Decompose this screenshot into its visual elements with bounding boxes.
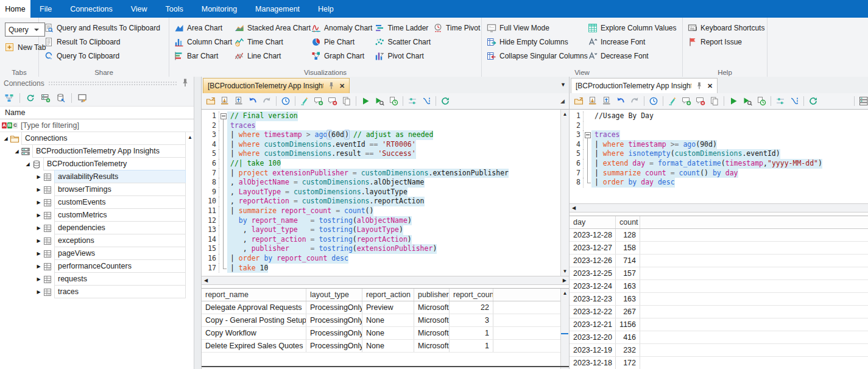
- expander-icon[interactable]: ◢: [13, 149, 20, 154]
- column-header-count[interactable]: count: [616, 216, 640, 228]
- refresh-icon[interactable]: [440, 96, 450, 106]
- run-icon[interactable]: [729, 96, 738, 106]
- table-row[interactable]: 2023-12-20416: [570, 331, 868, 344]
- add-query-icon[interactable]: [314, 96, 323, 106]
- copy-icon[interactable]: [342, 96, 351, 106]
- open-file-icon[interactable]: [574, 96, 584, 106]
- table-row[interactable]: 2023-12-25157: [570, 267, 868, 280]
- expander-icon[interactable]: ▶: [35, 251, 42, 256]
- column-header-report-name[interactable]: report_name: [202, 289, 306, 301]
- ribbon-button-time-pivot[interactable]: Time Pivot: [433, 21, 480, 35]
- load-query-icon[interactable]: [234, 96, 244, 106]
- query-options-icon[interactable]: [775, 96, 785, 106]
- pin-icon[interactable]: [180, 78, 190, 90]
- table-row[interactable]: 2023-12-23163: [570, 293, 868, 306]
- tables-panel-icon[interactable]: [859, 96, 868, 106]
- query-editor[interactable]: 1//Usage By Day23traces4| where timestam…: [570, 110, 868, 203]
- tree-node-connections[interactable]: ◢Connections: [0, 132, 194, 145]
- tree-node-browsertimings[interactable]: ▶browserTimings: [0, 183, 194, 196]
- menu-item-management[interactable]: Management: [246, 0, 309, 18]
- tree-node-exceptions[interactable]: ▶exceptions: [0, 234, 194, 247]
- table-row[interactable]: 2023-12-22267: [570, 306, 868, 318]
- pin-icon[interactable]: [695, 82, 704, 90]
- query-options-icon[interactable]: [408, 96, 417, 106]
- run-history-icon[interactable]: [389, 96, 398, 106]
- undo-icon[interactable]: [616, 96, 626, 106]
- column-header-layout-type[interactable]: layout_type: [306, 289, 362, 301]
- expander-icon[interactable]: ▶: [35, 200, 42, 205]
- ribbon-button-keyboard-shortcuts[interactable]: Keyboard Shortcuts: [688, 21, 764, 35]
- copy-icon[interactable]: [710, 96, 719, 106]
- ribbon-button-scatter-chart[interactable]: Scatter Chart: [375, 35, 431, 49]
- refresh-connection-icon[interactable]: [26, 93, 35, 103]
- tree-name-header[interactable]: Name: [0, 106, 194, 119]
- table-row[interactable]: 2023-12-26714: [570, 255, 868, 267]
- ribbon-button-query-to-clipboard[interactable]: Query To Clipboard: [44, 49, 164, 63]
- query-editor[interactable]: 1// Final version2traces3| where timesta…: [202, 110, 560, 276]
- fold-collapse-icon[interactable]: [585, 132, 591, 138]
- expander-icon[interactable]: ▶: [35, 213, 42, 218]
- ribbon-button-result-to-clipboard[interactable]: Result To Clipboard: [44, 35, 164, 49]
- tree-node-traces[interactable]: ▶traces: [0, 286, 194, 298]
- table-row[interactable]: 2023-12-27158: [570, 242, 868, 255]
- expander-icon[interactable]: ◢: [24, 161, 31, 167]
- scroll-down-icon[interactable]: ▼: [563, 269, 568, 274]
- table-row[interactable]: Copy - General Posting SetupProcessingOn…: [202, 314, 560, 327]
- tree-node-dependencies[interactable]: ▶dependencies: [0, 222, 194, 234]
- expander-icon[interactable]: ▶: [35, 264, 42, 269]
- scroll-up-icon[interactable]: ▲: [563, 290, 568, 296]
- save-query-icon[interactable]: [588, 96, 598, 106]
- menu-item-monitoring[interactable]: Monitoring: [192, 0, 246, 18]
- query-tab[interactable]: [BCProductionTelemetry App Insights. ...…: [571, 78, 718, 93]
- panel-splitter[interactable]: [194, 77, 201, 369]
- ribbon-button-column-chart[interactable]: Column Chart: [174, 35, 232, 49]
- scroll-left-icon[interactable]: ◀: [572, 205, 576, 211]
- table-row[interactable]: 2023-12-211156: [570, 318, 868, 331]
- redo-icon[interactable]: [262, 96, 272, 106]
- ribbon-button-stacked-area-chart[interactable]: Stacked Area Chart: [235, 21, 309, 35]
- scroll-right-icon[interactable]: ▶: [563, 278, 566, 283]
- tree-node-requests[interactable]: ▶requests: [0, 273, 194, 286]
- ribbon-button-pie-chart[interactable]: Pie Chart: [311, 35, 372, 49]
- query-cancel-icon[interactable]: [789, 96, 799, 106]
- table-row[interactable]: 2023-12-24163: [570, 280, 868, 293]
- history-icon[interactable]: [649, 96, 658, 106]
- connections-tree-icon[interactable]: [4, 93, 14, 103]
- menu-item-connections[interactable]: Connections: [61, 0, 122, 18]
- expander-icon[interactable]: ▶: [35, 276, 42, 282]
- tree-filter-input[interactable]: ABC [Type for filtering]: [0, 119, 194, 132]
- ribbon-button-explore-column-values[interactable]: Explore Column Values: [588, 21, 677, 35]
- column-header-publisher[interactable]: publisher: [414, 289, 450, 301]
- menu-item-home[interactable]: Home: [0, 0, 30, 18]
- table-row[interactable]: Delete Expired Sales QuotesProcessingOnl…: [202, 340, 560, 353]
- menu-item-view[interactable]: View: [122, 0, 157, 18]
- close-query-icon[interactable]: [696, 96, 705, 106]
- close-icon[interactable]: ✕: [339, 83, 345, 90]
- expander-icon[interactable]: ◢: [2, 136, 9, 141]
- prettify-query-icon[interactable]: [300, 96, 309, 106]
- ribbon-button-bar-chart[interactable]: Bar Chart: [174, 49, 232, 63]
- save-query-icon[interactable]: [220, 96, 230, 106]
- close-icon[interactable]: ✕: [707, 83, 713, 90]
- expander-icon[interactable]: ▶: [35, 187, 42, 192]
- grid-scrollbar[interactable]: ▲: [560, 289, 569, 369]
- run-icon[interactable]: [361, 96, 370, 106]
- fold-collapse-icon[interactable]: [221, 113, 227, 119]
- query-cancel-icon[interactable]: [422, 96, 431, 106]
- scroll-up-icon[interactable]: ▲: [563, 111, 568, 117]
- connect-monitor-icon[interactable]: [77, 93, 87, 103]
- column-header-day[interactable]: day: [570, 216, 616, 228]
- table-row[interactable]: 2023-12-28128: [570, 229, 868, 242]
- history-icon[interactable]: [281, 96, 291, 106]
- toolbar-overflow-icon[interactable]: ◢: [560, 98, 565, 104]
- load-query-icon[interactable]: [602, 96, 612, 106]
- close-query-icon[interactable]: [328, 96, 337, 106]
- run-preview-icon[interactable]: [375, 96, 384, 106]
- ribbon-button-full-view-mode[interactable]: Full View Mode: [487, 21, 585, 35]
- table-row[interactable]: Copy WorkflowProcessingOnlyNoneMicrosoft…: [202, 327, 560, 340]
- ribbon-button-graph-chart[interactable]: Graph Chart: [311, 49, 372, 63]
- tree-node-availabilityresults[interactable]: ▶availabilityResults: [0, 170, 194, 183]
- menu-item-tools[interactable]: Tools: [157, 0, 192, 18]
- editor-hscrollbar[interactable]: ◀▶: [202, 276, 569, 285]
- prettify-query-icon[interactable]: [668, 96, 677, 106]
